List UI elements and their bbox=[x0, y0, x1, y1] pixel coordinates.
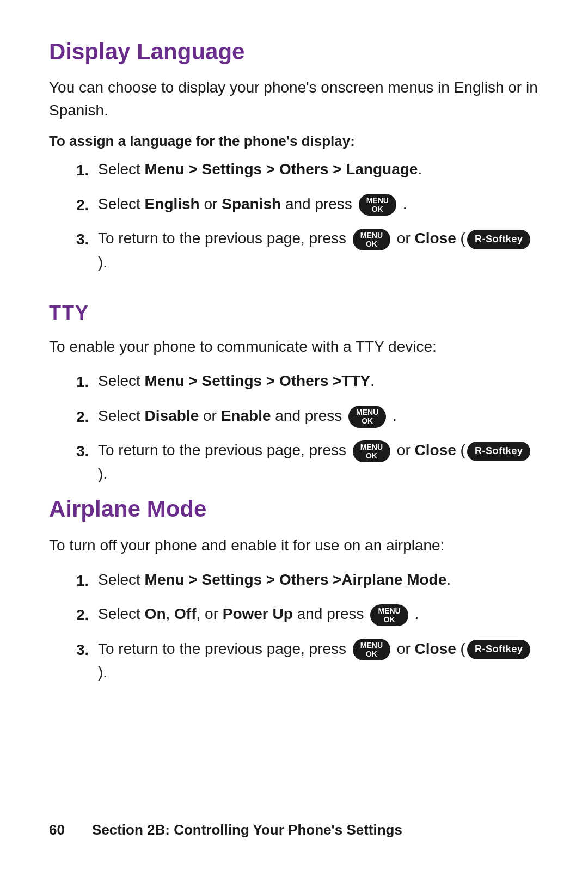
display-language-steps: 1. Select Menu > Settings > Others > Lan… bbox=[76, 157, 539, 274]
option-english: English bbox=[145, 195, 200, 212]
r-softkey-button: R-Softkey bbox=[467, 640, 531, 659]
display-language-intro: You can choose to display your phone's o… bbox=[49, 76, 539, 122]
close-label: Close bbox=[415, 230, 456, 247]
step-content: To return to the previous page, press ME… bbox=[98, 438, 539, 486]
display-language-step-1: 1. Select Menu > Settings > Others > Lan… bbox=[76, 157, 539, 182]
option-on: On bbox=[145, 605, 166, 622]
tty-steps: 1. Select Menu > Settings > Others >TTY.… bbox=[76, 369, 539, 486]
step-number: 1. bbox=[76, 568, 98, 592]
footer-section-label: Section 2B: Controlling Your Phone's Set… bbox=[92, 822, 402, 838]
airplane-mode-step-3: 3. To return to the previous page, press… bbox=[76, 637, 539, 684]
page-footer: 60 Section 2B: Controlling Your Phone's … bbox=[49, 800, 539, 838]
option-enable: Enable bbox=[221, 407, 271, 424]
airplane-mode-heading: Airplane Mode bbox=[49, 495, 539, 523]
tty-intro: To enable your phone to communicate with… bbox=[49, 335, 539, 358]
tty-heading: TTY bbox=[49, 301, 539, 324]
menu-path: Menu > Settings > Others >TTY bbox=[145, 372, 371, 389]
step-content: Select Disable or Enable and press MENU … bbox=[98, 404, 539, 428]
step-number: 2. bbox=[76, 192, 98, 217]
display-language-step-3: 3. To return to the previous page, press… bbox=[76, 226, 539, 274]
display-language-instruction: To assign a language for the phone's dis… bbox=[49, 133, 539, 150]
menu-ok-button: MENU OK bbox=[359, 194, 396, 216]
menu-path: Menu > Settings > Others >Airplane Mode bbox=[145, 571, 447, 588]
step-number: 1. bbox=[76, 369, 98, 394]
content-area: Display Language You can choose to displ… bbox=[49, 33, 539, 800]
page-container: Display Language You can choose to displ… bbox=[0, 0, 588, 882]
footer-page-number: 60 bbox=[49, 822, 65, 838]
step-number: 3. bbox=[76, 637, 98, 661]
display-language-heading: Display Language bbox=[49, 38, 539, 65]
airplane-mode-section: Airplane Mode To turn off your phone and… bbox=[49, 495, 539, 684]
step-content: Select English or Spanish and press MENU… bbox=[98, 192, 539, 216]
step-content: Select Menu > Settings > Others > Langua… bbox=[98, 157, 539, 181]
close-label: Close bbox=[415, 442, 456, 458]
airplane-mode-step-2: 2. Select On, Off, or Power Up and press… bbox=[76, 602, 539, 627]
option-powerup: Power Up bbox=[223, 605, 293, 622]
menu-path: Menu > Settings > Others > Language bbox=[145, 161, 418, 177]
menu-ok-button: MENU OK bbox=[353, 639, 390, 660]
menu-ok-button: MENU OK bbox=[353, 229, 390, 250]
r-softkey-button: R-Softkey bbox=[467, 442, 531, 461]
tty-step-2: 2. Select Disable or Enable and press ME… bbox=[76, 404, 539, 428]
menu-ok-button: MENU OK bbox=[370, 604, 408, 626]
airplane-mode-steps: 1. Select Menu > Settings > Others >Airp… bbox=[76, 568, 539, 684]
step-number: 1. bbox=[76, 157, 98, 182]
step-number: 3. bbox=[76, 226, 98, 251]
tty-step-3: 3. To return to the previous page, press… bbox=[76, 438, 539, 486]
menu-ok-button: MENU OK bbox=[353, 440, 390, 462]
option-off: Off bbox=[174, 605, 196, 622]
step-content: Select Menu > Settings > Others >TTY. bbox=[98, 369, 539, 393]
option-disable: Disable bbox=[145, 407, 199, 424]
tty-section: TTY To enable your phone to communicate … bbox=[49, 301, 539, 486]
airplane-mode-step-1: 1. Select Menu > Settings > Others >Airp… bbox=[76, 568, 539, 592]
display-language-section: Display Language You can choose to displ… bbox=[49, 38, 539, 274]
menu-ok-button: MENU OK bbox=[348, 406, 386, 427]
step-number: 2. bbox=[76, 602, 98, 627]
step-number: 2. bbox=[76, 404, 98, 428]
close-label: Close bbox=[415, 640, 456, 657]
step-number: 3. bbox=[76, 438, 98, 463]
step-content: To return to the previous page, press ME… bbox=[98, 637, 539, 684]
step-content: Select Menu > Settings > Others >Airplan… bbox=[98, 568, 539, 591]
step-content: Select On, Off, or Power Up and press ME… bbox=[98, 602, 539, 626]
option-spanish: Spanish bbox=[222, 195, 281, 212]
r-softkey-button: R-Softkey bbox=[467, 230, 531, 249]
airplane-mode-intro: To turn off your phone and enable it for… bbox=[49, 534, 539, 557]
display-language-step-2: 2. Select English or Spanish and press M… bbox=[76, 192, 539, 217]
step-content: To return to the previous page, press ME… bbox=[98, 226, 539, 274]
tty-step-1: 1. Select Menu > Settings > Others >TTY. bbox=[76, 369, 539, 394]
